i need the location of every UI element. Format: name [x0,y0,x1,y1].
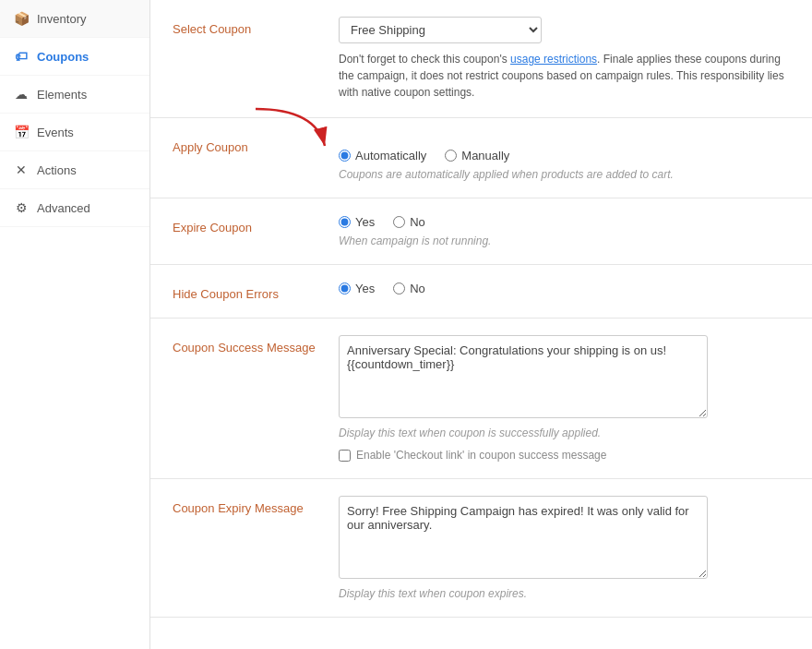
coupon-select-wrap: Free Shipping Summer Sale 10% Off [339,17,790,43]
events-icon: 📅 [13,124,30,140]
coupon-expiry-label: Coupon Expiry Message [173,496,339,515]
coupon-success-textarea[interactable]: Anniversary Special: Congratulations you… [339,335,708,418]
checkout-link-checkbox[interactable] [339,450,351,462]
expire-yes-option[interactable]: Yes [339,215,375,229]
apply-manually-option[interactable]: Manually [445,149,509,162]
coupon-expiry-hint: Display this text when coupon expires. [339,587,790,600]
apply-automatically-radio[interactable] [339,150,351,162]
hint-part1: Don't forget to check this coupon's [339,53,510,66]
hide-coupon-errors-content: Yes No [339,282,790,295]
sidebar-item-advanced[interactable]: ⚙ Advanced [0,189,149,227]
hide-coupon-errors-radio-group: Yes No [339,282,790,295]
sidebar-item-label: Actions [37,163,77,177]
sidebar-item-label: Events [37,126,74,139]
sidebar-item-elements[interactable]: ☁ Elements [0,76,149,114]
expire-coupon-section: Expire Coupon Yes No When campaign is no… [150,198,812,265]
apply-automatically-label: Automatically [355,149,426,162]
checkout-link-checkbox-wrap: Enable 'Checkout link' in coupon success… [339,449,790,462]
hide-errors-yes-option[interactable]: Yes [339,282,375,295]
sidebar-item-events[interactable]: 📅 Events [0,114,149,151]
coupon-success-content: Anniversary Special: Congratulations you… [339,335,790,462]
coupon-expiry-textarea[interactable]: Sorry! Free Shipping Campaign has expire… [339,496,708,579]
actions-icon: ✕ [13,162,30,178]
sidebar-item-inventory[interactable]: 📦 Inventory [0,0,149,38]
hide-errors-no-radio[interactable] [393,282,405,294]
expire-coupon-label: Expire Coupon [173,215,339,234]
expire-no-radio[interactable] [393,216,405,228]
hide-errors-yes-radio[interactable] [339,282,351,294]
expire-yes-label: Yes [355,215,375,229]
coupon-success-section: Coupon Success Message Anniversary Speci… [150,318,812,479]
select-coupon-section: Select Coupon Free Shipping Summer Sale … [150,0,812,118]
select-coupon-content: Free Shipping Summer Sale 10% Off Don't … [339,17,790,101]
expire-coupon-radio-group: Yes No [339,215,790,229]
select-coupon-label: Select Coupon [173,17,339,36]
sidebar-item-label: Coupons [37,50,89,64]
coupon-success-hint: Display this text when coupon is success… [339,427,790,439]
hide-errors-no-label: No [410,282,425,295]
apply-coupon-radio-group: Automatically Manually [339,149,790,162]
hide-errors-yes-label: Yes [355,282,375,295]
hide-coupon-errors-label: Hide Coupon Errors [173,282,339,301]
apply-coupon-label: Apply Coupon [173,135,339,154]
apply-manually-radio[interactable] [445,150,457,162]
usage-restrictions-link[interactable]: usage restrictions [510,53,597,66]
sidebar-item-coupons[interactable]: 🏷 Coupons [0,38,149,76]
app-layout: 📦 Inventory 🏷 Coupons ☁ Elements 📅 Event… [0,0,812,649]
coupon-success-label: Coupon Success Message [173,335,339,355]
elements-icon: ☁ [13,86,30,102]
expire-no-label: No [410,215,425,229]
sidebar: 📦 Inventory 🏷 Coupons ☁ Elements 📅 Event… [0,0,150,649]
coupon-hint-text: Don't forget to check this coupon's usag… [339,51,790,101]
sidebar-item-label: Advanced [37,201,90,215]
inventory-icon: 📦 [13,10,30,27]
sidebar-item-label: Elements [37,88,87,102]
sidebar-item-label: Inventory [37,12,86,26]
coupon-expiry-section: Coupon Expiry Message Sorry! Free Shippi… [150,479,812,618]
expire-coupon-hint: When campaign is not running. [339,234,790,247]
expire-coupon-content: Yes No When campaign is not running. [339,215,790,247]
hide-errors-no-option[interactable]: No [393,282,425,295]
sidebar-item-actions[interactable]: ✕ Actions [0,151,149,189]
apply-automatically-option[interactable]: Automatically [339,149,426,162]
apply-manually-label: Manually [461,149,509,162]
hide-coupon-errors-section: Hide Coupon Errors Yes No [150,265,812,318]
apply-coupon-content: Automatically Manually Coupons are autom… [339,135,790,181]
coupon-expiry-content: Sorry! Free Shipping Campaign has expire… [339,496,790,600]
coupon-select-dropdown[interactable]: Free Shipping Summer Sale 10% Off [339,17,542,43]
apply-coupon-section: Apply Coupon [150,118,812,198]
apply-coupon-hint: Coupons are automatically applied when p… [339,168,790,181]
main-content: Select Coupon Free Shipping Summer Sale … [150,0,812,649]
coupons-icon: 🏷 [13,48,30,65]
advanced-icon: ⚙ [13,199,30,216]
expire-no-option[interactable]: No [393,215,425,229]
checkout-link-label[interactable]: Enable 'Checkout link' in coupon success… [356,449,606,462]
expire-yes-radio[interactable] [339,216,351,228]
